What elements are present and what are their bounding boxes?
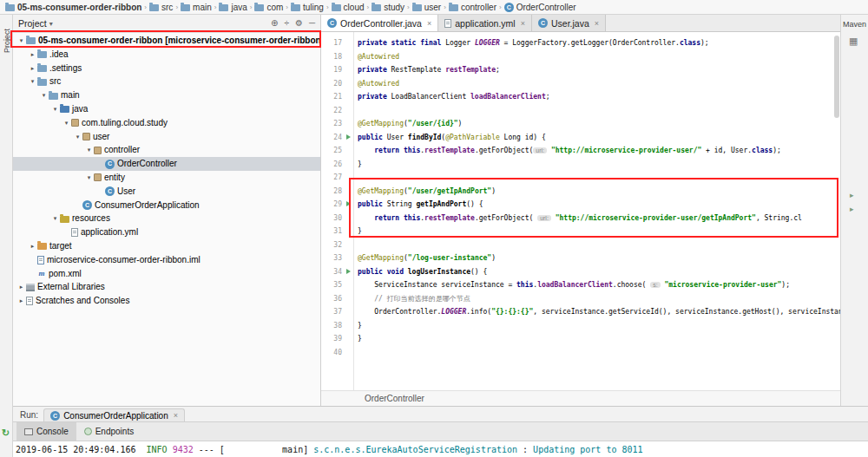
breadcrumb-item-main[interactable]: main [179,3,214,12]
grid-icon[interactable]: ▦ [849,36,858,47]
line-number: 37 [321,305,353,319]
tree-item-label: main [61,88,80,102]
tree-item-microservice-consumer-order-ribb[interactable]: microservice-consumer-order-ribbon.iml [13,253,320,267]
tree-item-controller[interactable]: ▾controller [13,143,320,157]
editor-tab-application-yml[interactable]: application.yml× [438,15,532,31]
tree-item-idea[interactable]: ▸.idea [13,48,320,62]
console-output[interactable]: 2019-06-15 20:49:04.166 INFO 9432 --- [ … [13,441,868,457]
code-area[interactable]: private static final Logger LOGGER = Log… [354,32,840,390]
chevron-right-icon[interactable]: ▸ [28,48,37,62]
tree-item-java[interactable]: ▾java [13,102,320,116]
code-editor[interactable]: 1718192021222324252627282930313233343536… [321,32,840,390]
run-method-icon[interactable] [346,269,351,274]
tree-item-scratches-and-consoles[interactable]: ▸Scratches and Consoles [13,294,320,308]
tool-tab-console[interactable]: Console [16,422,76,441]
resources-folder-icon [60,216,69,223]
chevron-down-icon[interactable]: ▾ [50,102,60,116]
tree-item-application-yml[interactable]: application.yml [13,225,320,239]
tree-item-main[interactable]: ▾main [13,88,320,102]
tree-item-label: controller [104,143,140,157]
breadcrumb-item-user[interactable]: user [411,3,443,12]
tool-tab-endpoints[interactable]: Endpoints [76,422,141,441]
rerun-icon[interactable]: ↻ [2,428,10,439]
left-toolwindow-bar: Project ↻ [0,15,13,457]
chevron-down-icon[interactable]: ▾ [28,75,37,88]
maven-toolwindow-tab[interactable]: Maven [841,20,868,29]
chevron-down-icon[interactable]: ▾ [73,130,82,144]
chevron-right-icon[interactable]: ▸ [16,280,26,294]
breadcrumb-item-java[interactable]: java [217,3,248,12]
breadcrumb-class-name[interactable]: OrderController [365,394,424,403]
close-icon[interactable]: × [174,411,178,420]
chevron-right-icon[interactable]: ▸ [28,239,37,253]
code-line: } [358,225,840,238]
editor-tab-ordercontroller-java[interactable]: COrderController.java× [321,15,438,31]
locate-icon[interactable]: ⊕ [271,19,278,28]
collapse-all-icon[interactable]: ÷ [284,19,289,28]
line-number: 33 [321,251,353,265]
tree-item-user[interactable]: ▾user [13,130,320,144]
folder-icon [219,4,228,11]
tree-item-entity[interactable]: ▾entity [13,171,320,185]
breadcrumb-item-ordercontroller[interactable]: COrderController [503,3,578,12]
line-number: 22 [321,104,353,118]
close-icon[interactable]: × [595,19,599,28]
tree-item-ordercontroller[interactable]: COrderController [13,157,320,171]
run-panel: Run: C ConsumerOrderApplication × Consol… [13,406,868,457]
nav-bar: 05-ms-consumer-order-ribbon›src›main›jav… [0,0,868,15]
settings-gear-icon[interactable]: ⚙ [295,19,303,28]
tree-item-label: OrderController [117,157,177,171]
hide-icon[interactable]: ─ [309,19,315,28]
package-icon [71,119,79,127]
project-toolwindow-tab[interactable]: Project [3,29,11,53]
editor-tab-label: User.java [551,18,589,29]
tree-item-user[interactable]: CUser [13,185,320,199]
breadcrumb-item-com[interactable]: com [253,3,285,12]
chevron-down-icon[interactable]: ▾ [16,34,26,48]
editor-tab-user-java[interactable]: CUser.java× [532,15,606,31]
line-number: 28 [321,185,353,199]
project-panel: Project ▾ ⊕÷⚙─ ▾05-ms-consumer-order-rib… [13,15,321,406]
code-line: return this.restTemplate.getForObject(ur… [358,144,840,158]
editor-scrollbar[interactable] [834,36,839,118]
breadcrumb-item-tuling[interactable]: tuling [289,3,326,12]
chevron-right-icon[interactable]: ▸ [16,294,26,308]
code-token: ServiceInstance serviceInstance = [358,281,516,289]
breadcrumb-label: 05-ms-consumer-order-ribbon [17,3,141,12]
tree-item-target[interactable]: ▸target [13,239,320,253]
chevron-down-icon[interactable]: ▾ [49,20,53,28]
chevron-right-icon[interactable]: ▸ [28,62,37,75]
maven-file-icon: m [37,267,46,281]
code-line: private static final Logger LOGGER = Log… [358,36,840,50]
close-icon[interactable]: × [521,19,525,28]
chevron-down-icon[interactable]: ▾ [50,212,60,225]
tree-item-resources[interactable]: ▾resources [13,212,320,225]
code-token [358,295,374,303]
tree-item-05-ms-consumer-order-ribbon-micr[interactable]: ▾05-ms-consumer-order-ribbon [microservi… [13,34,320,48]
close-icon[interactable]: × [427,19,431,28]
breadcrumb-item-controller[interactable]: controller [447,3,498,12]
run-config-tab[interactable]: C ConsumerOrderApplication × [43,408,185,421]
tree-item-src[interactable]: ▾src [13,75,320,88]
code-token: @GetMapping [358,187,404,195]
tree-item-consumerorderapplication[interactable]: CConsumerOrderApplication [13,199,320,212]
chevron-right-icon[interactable]: ▸ [850,191,854,199]
tree-item-settings[interactable]: ▸.settings [13,62,320,75]
chevron-down-icon[interactable]: ▾ [84,143,94,157]
run-method-icon[interactable] [346,134,351,140]
run-method-icon[interactable] [346,201,351,206]
code-line [358,171,840,185]
code-token: "http://microservice-provider-user/getIp… [556,214,756,222]
tree-item-com-tuling-cloud-study[interactable]: ▾com.tuling.cloud.study [13,116,320,130]
chevron-down-icon[interactable]: ▾ [39,88,49,102]
chevron-down-icon[interactable]: ▾ [84,171,94,185]
breadcrumb-item-05-ms-consumer-order-ribbon[interactable]: 05-ms-consumer-order-ribbon [3,3,143,12]
chevron-down-icon[interactable]: ▾ [62,116,71,130]
tree-item-external-libraries[interactable]: ▸External Libraries [13,280,320,294]
breadcrumb-item-cloud[interactable]: cloud [330,3,366,12]
breadcrumb-item-study[interactable]: study [370,3,406,12]
breadcrumb-item-src[interactable]: src [148,3,174,12]
tree-item-pom-xml[interactable]: mpom.xml [13,267,320,281]
chevron-right-icon[interactable]: ▸ [850,205,854,213]
breadcrumb-label: user [424,3,441,12]
